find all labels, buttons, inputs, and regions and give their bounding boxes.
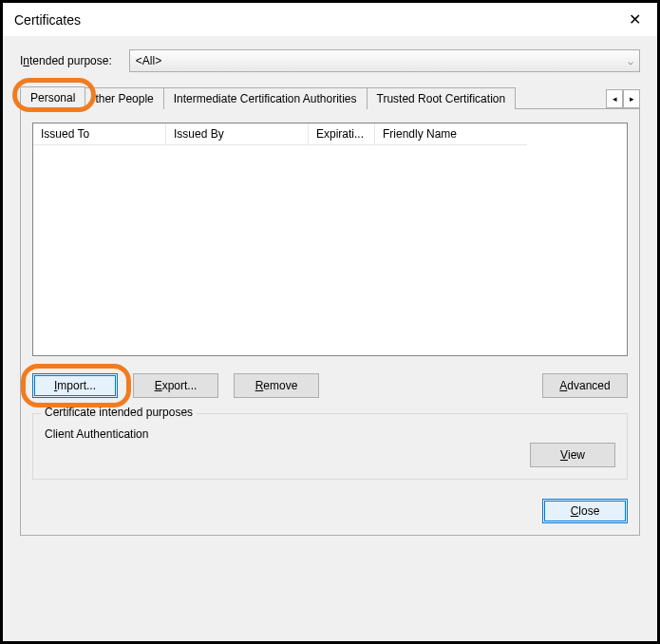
view-button-wrap: View (530, 443, 615, 467)
titlebar: Certificates ✕ (3, 3, 657, 36)
col-expiration[interactable]: Expirati... (309, 123, 375, 145)
btn-label: emove (263, 379, 297, 392)
list-header: Issued To Issued By Expirati... Friendly… (33, 123, 627, 145)
tab-personal[interactable]: Personal (20, 86, 85, 109)
export-button[interactable]: Export... (133, 373, 218, 398)
certificate-list[interactable]: Issued To Issued By Expirati... Friendly… (32, 123, 628, 356)
btn-accel: A (559, 379, 567, 392)
btn-accel: C (571, 504, 579, 518)
intended-purpose-select[interactable]: <All> ⌵ (129, 49, 640, 72)
dialog-content: Intended purpose: <All> ⌵ Personal ther … (3, 36, 657, 545)
group-body: Client Authentication View (45, 426, 615, 467)
tab-trusted-root[interactable]: Trusted Root Certification (367, 87, 517, 109)
btn-label: xport... (162, 379, 198, 392)
tabs: Personal ther People Intermediate Certif… (20, 85, 640, 109)
tab-scrollers: ◂ ▸ (606, 89, 640, 108)
tab-other-people[interactable]: ther People (85, 87, 163, 109)
tab-label: Personal (30, 91, 75, 104)
view-button[interactable]: View (530, 443, 615, 467)
remove-button[interactable]: Remove (234, 373, 319, 398)
group-label: Certificate intended purposes (41, 406, 197, 419)
import-button[interactable]: Import... (32, 373, 118, 398)
footer: Close (32, 499, 628, 523)
btn-accel: V (560, 448, 568, 462)
tab-intermediate-ca[interactable]: Intermediate Certification Authorities (163, 87, 368, 109)
tab-scroll-left-icon[interactable]: ◂ (606, 89, 623, 108)
btn-accel: R (255, 379, 264, 392)
select-value: <All> (136, 54, 161, 67)
tab-scroll-right-icon[interactable]: ▸ (623, 89, 640, 108)
tab-panel: Issued To Issued By Expirati... Friendly… (20, 109, 640, 536)
spacer (334, 373, 527, 398)
col-issued-by[interactable]: Issued By (166, 123, 309, 145)
tab-label: Intermediate Certification Authorities (174, 92, 357, 105)
advanced-button[interactable]: Advanced (542, 373, 628, 398)
tab-label: ther People (95, 92, 153, 105)
label-text: tended purpose: (29, 54, 112, 67)
col-issued-to[interactable]: Issued To (33, 123, 166, 145)
close-button[interactable]: Close (542, 499, 628, 523)
chevron-down-icon: ⌵ (628, 56, 633, 66)
btn-label: dvanced (567, 379, 610, 392)
intended-purpose-row: Intended purpose: <All> ⌵ (20, 49, 640, 72)
col-friendly-name[interactable]: Friendly Name (375, 123, 527, 145)
close-icon[interactable]: ✕ (623, 10, 646, 28)
button-row: Import... Export... Remove Advanced (32, 373, 628, 398)
btn-label: iew (568, 448, 585, 462)
window-title: Certificates (14, 12, 81, 28)
certificates-dialog: Certificates ✕ Intended purpose: <All> ⌵… (0, 0, 660, 644)
intended-purpose-label: Intended purpose: (20, 54, 112, 67)
btn-label: mport... (57, 379, 96, 392)
cert-purposes-group: Certificate intended purposes Client Aut… (32, 413, 628, 480)
tab-label: Trusted Root Certification (377, 92, 506, 105)
btn-label: lose (578, 504, 599, 518)
purposes-text: Client Authentication (45, 426, 148, 441)
btn-accel: E (155, 379, 162, 392)
